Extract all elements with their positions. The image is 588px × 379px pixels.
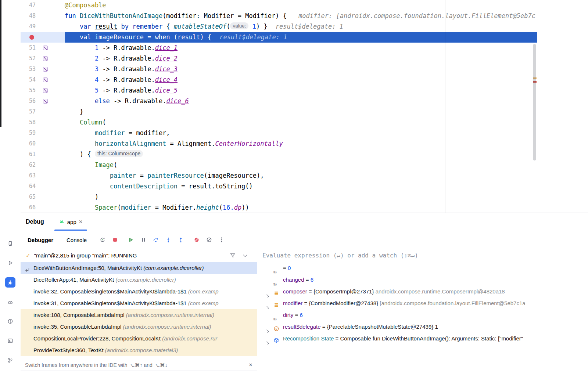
code-text[interactable]: else -> R.drawable.dice_6: [65, 96, 537, 107]
editor-gutter[interactable]: 52: [21, 53, 65, 64]
pause-icon[interactable]: [138, 235, 148, 245]
step-over-icon[interactable]: [151, 235, 161, 245]
code-text[interactable]: val imageResource = when (result) {resul…: [65, 32, 537, 43]
editor-gutter[interactable]: 56: [21, 96, 65, 107]
code-line[interactable]: 60 horizontalAlignment = Alignment.Cente…: [21, 138, 537, 149]
code-line[interactable]: 59 modifier = modifier,: [21, 128, 537, 138]
editor-scrollbar[interactable]: [533, 44, 536, 160]
editor-gutter[interactable]: 47: [21, 0, 65, 11]
step-into-icon[interactable]: [163, 235, 173, 245]
frame-row[interactable]: DiceWithButtonAndImage:50, MainActivityK…: [21, 262, 257, 274]
variable-row[interactable]: 0101dirty = 6: [257, 309, 588, 321]
code-line[interactable]: 49 var result by remember { mutableState…: [21, 21, 537, 32]
code-editor[interactable]: 47@Composable48fun DiceWithButtonAndImag…: [21, 0, 537, 213]
code-text[interactable]: }: [65, 107, 537, 117]
tab-debugger[interactable]: Debugger: [28, 237, 53, 243]
code-text[interactable]: Spacer(modifier = Modifier.height(16.dp)…: [65, 202, 537, 213]
code-text[interactable]: @Composable: [65, 0, 537, 11]
code-text[interactable]: 4 -> R.drawable.dice_4: [65, 75, 537, 85]
code-line[interactable]: 57 }: [21, 107, 537, 117]
chevron-down-icon[interactable]: [243, 253, 247, 257]
variable-row[interactable]: presult$delegate = {ParcelableSnapshotMu…: [257, 321, 588, 333]
code-line[interactable]: 51 1 -> R.drawable.dice_1: [21, 43, 537, 53]
problems-icon[interactable]: [5, 316, 15, 326]
frame-row[interactable]: DiceRollerApp:41, MainActivityKt (com.ex…: [21, 274, 257, 286]
code-text[interactable]: ): [65, 192, 537, 202]
frame-row[interactable]: invoke:108, ComposableLambdaImpl (androi…: [21, 309, 257, 321]
editor-gutter[interactable]: 63: [21, 170, 65, 181]
code-text[interactable]: modifier = modifier,: [65, 128, 537, 138]
code-line[interactable]: 54 4 -> R.drawable.dice_4: [21, 75, 537, 85]
more-options-icon[interactable]: [216, 235, 227, 245]
code-line[interactable]: 58 Column(: [21, 117, 537, 128]
code-line[interactable]: 53 3 -> R.drawable.dice_3: [21, 64, 537, 75]
drawable-preview-icon[interactable]: [43, 99, 48, 104]
code-text[interactable]: 1 -> R.drawable.dice_1: [65, 43, 537, 53]
editor-gutter[interactable]: 59: [21, 128, 65, 138]
editor-gutter[interactable]: 61: [21, 149, 65, 160]
rerun-icon[interactable]: [97, 235, 108, 245]
mute-breakpoints-icon[interactable]: [191, 235, 202, 245]
step-out-icon[interactable]: [176, 235, 186, 245]
code-line[interactable]: 65 ): [21, 192, 537, 202]
editor-gutter[interactable]: 64: [21, 181, 65, 192]
close-icon[interactable]: ×: [249, 361, 252, 369]
code-text[interactable]: ) { this: ColumnScope: [65, 149, 537, 160]
thread-selector[interactable]: ✓ "main"@2,815 in group "main": RUNNING: [21, 249, 257, 262]
tab-console[interactable]: Console: [67, 237, 87, 243]
editor-gutter[interactable]: 55: [21, 85, 65, 96]
frame-row[interactable]: invoke:32, ComposableSingletons$MainActi…: [21, 286, 257, 297]
editor-gutter[interactable]: [21, 32, 65, 43]
variable-row[interactable]: composer = {ComposerImpl@27371} androidx…: [257, 286, 588, 297]
device-manager-icon[interactable]: [5, 238, 15, 249]
code-text[interactable]: var result by remember { mutableStateOf(…: [65, 21, 537, 32]
stop-icon[interactable]: [110, 235, 120, 245]
code-line[interactable]: 62 Image(: [21, 160, 537, 170]
editor-gutter[interactable]: 57: [21, 107, 65, 117]
chevron-right-icon[interactable]: [265, 302, 268, 309]
drawable-preview-icon[interactable]: [43, 67, 48, 72]
code-text[interactable]: Image(: [65, 160, 537, 170]
terminal-icon[interactable]: [5, 336, 15, 346]
code-text[interactable]: 3 -> R.drawable.dice_3: [65, 64, 537, 75]
debug-icon[interactable]: [5, 277, 15, 288]
code-line[interactable]: 47@Composable: [21, 0, 537, 11]
editor-gutter[interactable]: 53: [21, 64, 65, 75]
drawable-preview-icon[interactable]: [43, 56, 48, 61]
code-text[interactable]: contentDescription = result.toString(): [65, 181, 537, 192]
frame-row[interactable]: invoke:35, ComposableLambdaImpl (android…: [21, 321, 257, 333]
chevron-right-icon[interactable]: [265, 290, 268, 297]
code-line[interactable]: 56 else -> R.drawable.dice_6: [21, 96, 537, 107]
code-line[interactable]: 66 Spacer(modifier = Modifier.height(16.…: [21, 202, 537, 213]
tab-app-session[interactable]: app ×: [54, 213, 87, 231]
close-icon[interactable]: ×: [79, 219, 83, 225]
editor-gutter[interactable]: 58: [21, 117, 65, 128]
code-text[interactable]: 2 -> R.drawable.dice_2: [65, 53, 537, 64]
code-line[interactable]: 52 2 -> R.drawable.dice_2: [21, 53, 537, 64]
filter-icon[interactable]: [230, 253, 236, 259]
chevron-right-icon[interactable]: [265, 325, 268, 333]
view-breakpoints-icon[interactable]: [204, 235, 214, 245]
editor-gutter[interactable]: 48: [21, 11, 65, 21]
frame-row[interactable]: CompositionLocalProvider:228, Compositio…: [21, 333, 257, 344]
editor-gutter[interactable]: 62: [21, 160, 65, 170]
variable-row[interactable]: 0101= 0: [257, 262, 588, 274]
code-text[interactable]: painter = painterResource(imageResource)…: [65, 170, 537, 181]
profiler-icon[interactable]: [5, 297, 15, 307]
editor-gutter[interactable]: 54: [21, 75, 65, 85]
code-line[interactable]: val imageResource = when (result) {resul…: [21, 32, 537, 43]
version-control-icon[interactable]: [5, 355, 15, 365]
editor-gutter[interactable]: 65: [21, 192, 65, 202]
code-text[interactable]: horizontalAlignment = Alignment.CenterHo…: [65, 138, 537, 149]
code-text[interactable]: fun DiceWithButtonAndImage(modifier: Mod…: [65, 11, 537, 21]
variable-row[interactable]: modifier = {CombinedModifier@27438} [and…: [257, 297, 588, 309]
chevron-right-icon[interactable]: [265, 337, 268, 344]
drawable-preview-icon[interactable]: [43, 46, 48, 50]
resume-icon[interactable]: [126, 235, 136, 245]
breakpoint-icon[interactable]: [29, 35, 34, 40]
variable-row[interactable]: Recomposition State = Composable fun Dic…: [257, 333, 588, 344]
run-icon[interactable]: [5, 258, 15, 268]
variable-row[interactable]: 0101changed = 6: [257, 274, 588, 286]
code-line[interactable]: 63 painter = painterResource(imageResour…: [21, 170, 537, 181]
code-line[interactable]: 48fun DiceWithButtonAndImage(modifier: M…: [21, 11, 537, 21]
